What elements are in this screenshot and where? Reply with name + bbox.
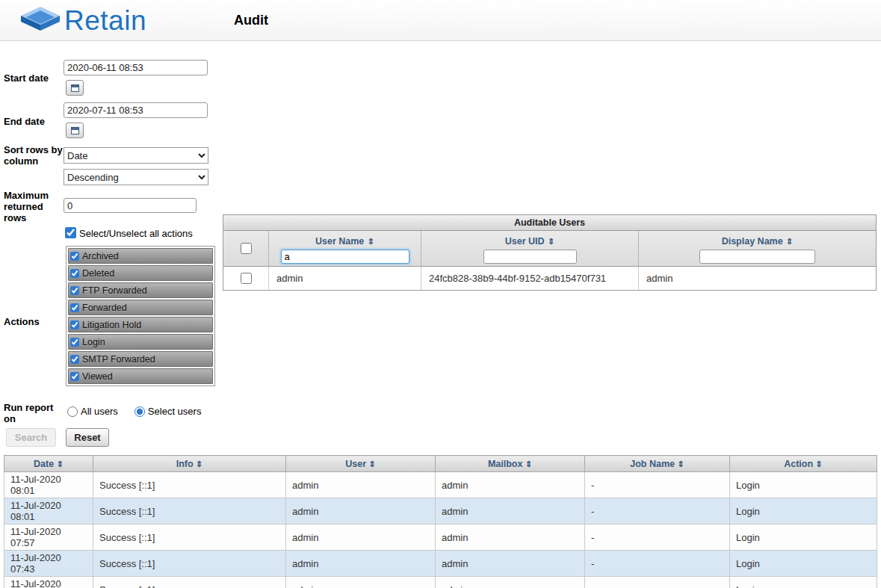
- select-all-users-cell: [223, 231, 269, 266]
- auditable-users-panel: Auditable Users User Name ⇕ User UID ⇕: [223, 214, 877, 291]
- end-date-calendar-button[interactable]: [66, 123, 84, 138]
- run-report-radio[interactable]: [135, 406, 145, 417]
- app-header: Retain Audit: [0, 0, 881, 41]
- action-checkbox[interactable]: [70, 321, 79, 329]
- results-cell: Login: [730, 472, 877, 498]
- user-uid-column-header[interactable]: User UID ⇕: [505, 234, 554, 247]
- results-cell: Login: [730, 498, 877, 524]
- action-checkbox[interactable]: [70, 286, 79, 295]
- search-button[interactable]: Search: [6, 428, 56, 447]
- results-cell: Login: [730, 551, 877, 577]
- results-column-label: User: [345, 459, 368, 469]
- results-cell: admin: [436, 577, 585, 588]
- results-table: Date ⇕Info ⇕User ⇕Mailbox ⇕Job Name ⇕Act…: [4, 455, 877, 588]
- user-name-cell: admin: [269, 267, 421, 290]
- results-column-header[interactable]: User ⇕: [286, 456, 436, 472]
- audit-page: Retain Audit Start date End date Sort ro…: [0, 0, 881, 588]
- action-label: Viewed: [82, 371, 113, 382]
- results-column-header[interactable]: Job Name ⇕: [585, 456, 730, 472]
- results-cell: admin: [286, 577, 436, 588]
- results-cell: -: [585, 577, 730, 588]
- results-cell: 11-Jul-2020 07:57: [4, 577, 93, 588]
- run-report-option-label: All users: [81, 406, 118, 417]
- sort-direction-select[interactable]: Descending: [64, 169, 208, 185]
- run-report-option[interactable]: Select users: [135, 406, 202, 417]
- action-item[interactable]: Login: [68, 334, 213, 350]
- end-date-label: End date: [4, 116, 64, 127]
- display-name-filter-input[interactable]: [699, 250, 815, 264]
- results-cell: Login: [730, 577, 877, 588]
- results-cell: -: [585, 498, 730, 524]
- logo-text: Retain: [64, 6, 146, 36]
- action-item[interactable]: Litigation Hold: [68, 317, 213, 332]
- action-checkbox[interactable]: [70, 338, 79, 347]
- results-column-header[interactable]: Date ⇕: [4, 456, 93, 472]
- action-checkbox[interactable]: [70, 355, 79, 364]
- sort-icon: ⇕: [525, 459, 532, 468]
- action-label: Litigation Hold: [82, 320, 141, 330]
- run-report-radio[interactable]: [67, 406, 78, 417]
- results-cell: -: [585, 551, 730, 577]
- user-select-checkbox[interactable]: [241, 273, 252, 284]
- results-cell: admin: [286, 498, 436, 524]
- results-row: 11-Jul-2020 08:01Success [::1]adminadmin…: [4, 472, 877, 498]
- start-date-input[interactable]: [64, 60, 208, 75]
- max-rows-input[interactable]: [64, 198, 197, 213]
- results-column-header[interactable]: Info ⇕: [93, 456, 286, 472]
- results-cell: Success [::1]: [93, 577, 286, 588]
- sort-column-select[interactable]: Date: [64, 147, 208, 164]
- start-date-label: Start date: [4, 72, 64, 84]
- end-date-input[interactable]: [64, 102, 208, 118]
- results-column-label: Info: [176, 459, 196, 469]
- action-item[interactable]: Forwarded: [68, 300, 213, 315]
- results-row: 11-Jul-2020 08:01Success [::1]adminadmin…: [4, 498, 877, 524]
- action-label: Archived: [82, 251, 119, 261]
- users-table-header: User Name ⇕ User UID ⇕ Display Name ⇕: [223, 231, 876, 267]
- user-name-filter-input[interactable]: [281, 250, 409, 264]
- sort-icon: ⇕: [548, 237, 554, 246]
- results-cell: Success [::1]: [93, 472, 286, 498]
- action-item[interactable]: Deleted: [68, 265, 213, 281]
- results-cell: Success [::1]: [93, 524, 286, 551]
- select-all-actions-label: Select/Unselect all actions: [79, 228, 193, 239]
- run-report-option[interactable]: All users: [67, 406, 118, 417]
- calendar-icon: [71, 127, 79, 134]
- user-name-column-header[interactable]: User Name ⇕: [315, 234, 374, 247]
- action-checkbox[interactable]: [70, 252, 79, 261]
- actions-list: ArchivedDeletedFTP ForwardedForwardedLit…: [66, 246, 215, 386]
- action-item[interactable]: SMTP Forwarded: [68, 351, 213, 367]
- run-report-options: All usersSelect users: [67, 406, 201, 417]
- auditable-users-title: Auditable Users: [223, 215, 876, 231]
- action-checkbox[interactable]: [70, 269, 79, 278]
- user-row: admin24fcb828-38b9-44bf-9152-adb15470f73…: [223, 267, 876, 290]
- select-all-users-checkbox[interactable]: [241, 243, 252, 254]
- reset-button[interactable]: Reset: [66, 428, 109, 447]
- results-cell: admin: [436, 551, 585, 577]
- action-item[interactable]: Archived: [68, 248, 213, 264]
- action-checkbox[interactable]: [70, 303, 79, 312]
- select-all-actions-checkbox[interactable]: [65, 227, 76, 238]
- results-column-header[interactable]: Action ⇕: [730, 456, 877, 472]
- results-cell: Login: [730, 524, 877, 551]
- action-label: Login: [82, 337, 105, 347]
- results-cell: admin: [286, 472, 436, 498]
- action-label: Deleted: [82, 268, 114, 279]
- action-item[interactable]: FTP Forwarded: [68, 282, 213, 298]
- results-column-label: Job Name: [630, 459, 677, 469]
- results-cell: admin: [286, 524, 436, 551]
- action-item[interactable]: Viewed: [68, 368, 213, 384]
- action-checkbox[interactable]: [70, 372, 79, 381]
- max-rows-label: Maximum returned rows: [4, 190, 64, 223]
- users-rows: admin24fcb828-38b9-44bf-9152-adb15470f73…: [223, 267, 876, 290]
- display-name-column-label: Display Name: [722, 236, 783, 247]
- actions-label: Actions: [4, 316, 64, 327]
- start-date-calendar-button[interactable]: [66, 80, 84, 96]
- results-cell: admin: [286, 551, 436, 577]
- results-table-body: 11-Jul-2020 08:01Success [::1]adminadmin…: [4, 472, 877, 588]
- results-cell: 11-Jul-2020 08:01: [4, 472, 93, 498]
- user-uid-filter-input[interactable]: [483, 250, 577, 264]
- run-report-label: Run report on: [4, 402, 64, 424]
- display-name-column-header[interactable]: Display Name ⇕: [722, 234, 794, 247]
- results-column-header[interactable]: Mailbox ⇕: [436, 456, 585, 472]
- results-cell: 11-Jul-2020 08:01: [4, 498, 93, 524]
